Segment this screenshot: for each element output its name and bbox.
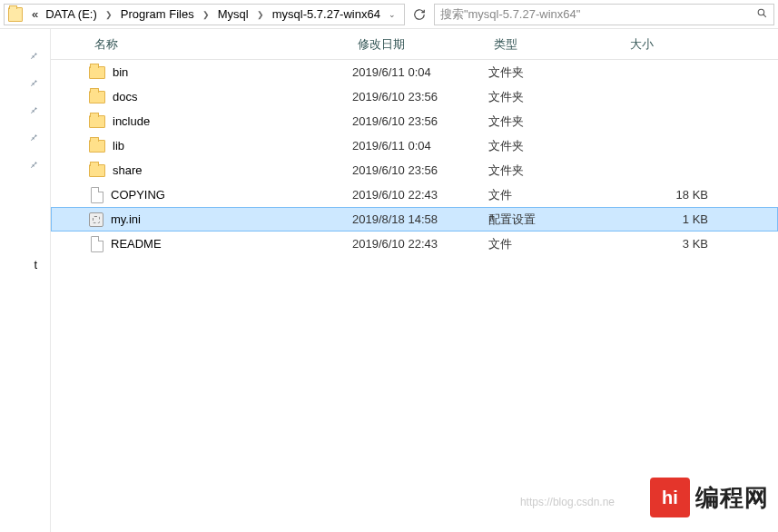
file-row[interactable]: lib2019/6/11 0:04文件夹: [51, 133, 778, 158]
pin-icon[interactable]: [0, 96, 50, 123]
chevron-down-icon[interactable]: ⌄: [384, 5, 400, 24]
folder-icon: [89, 66, 105, 79]
folder-icon: [89, 140, 105, 153]
file-icon: [91, 187, 103, 203]
cell-name: README: [89, 236, 352, 252]
chevron-right-icon[interactable]: ❯: [105, 10, 113, 19]
header-type[interactable]: 类型: [488, 33, 625, 56]
cell-type: 文件夹: [488, 89, 625, 105]
file-row[interactable]: bin2019/6/11 0:04文件夹: [51, 60, 778, 84]
cell-name: lib: [89, 139, 352, 153]
pin-icon[interactable]: [0, 69, 50, 96]
svg-line-1: [763, 14, 766, 16]
file-row[interactable]: README2019/6/10 22:43文件3 KB: [51, 232, 778, 256]
file-icon: [91, 236, 103, 252]
watermark-brand: 编程网: [695, 482, 769, 514]
header-date[interactable]: 修改日期: [352, 33, 488, 56]
pin-icon[interactable]: [0, 151, 50, 178]
folder-icon: [89, 164, 105, 177]
cell-type: 文件: [488, 187, 625, 203]
column-headers: 名称 修改日期 类型 大小: [51, 29, 778, 60]
header-name[interactable]: 名称: [89, 33, 352, 56]
cell-name: docs: [89, 90, 352, 103]
cell-name: COPYING: [89, 187, 352, 203]
cell-name: my.ini: [89, 212, 352, 227]
search-icon: [756, 7, 768, 22]
file-name: lib: [113, 139, 124, 153]
cell-type: 文件: [488, 236, 625, 252]
folder-icon: [89, 115, 105, 128]
search-placeholder: 搜索"mysql-5.7.27-winx64": [440, 6, 580, 23]
cell-date: 2019/6/10 23:56: [352, 90, 488, 103]
file-name: bin: [113, 65, 128, 79]
folder-icon: [89, 91, 105, 103]
cell-size: 18 KB: [625, 188, 724, 202]
cell-date: 2019/6/10 23:56: [352, 114, 488, 128]
watermark-logo-icon: hi: [650, 478, 690, 517]
cell-type: 配置设置: [488, 212, 625, 228]
file-row[interactable]: COPYING2019/6/10 22:43文件18 KB: [51, 182, 778, 207]
crumb-item[interactable]: Program Files: [117, 5, 198, 23]
cell-type: 文件夹: [488, 138, 625, 154]
file-row[interactable]: docs2019/6/10 23:56文件夹: [51, 84, 778, 109]
cell-date: 2019/6/11 0:04: [352, 139, 488, 153]
cell-name: share: [89, 163, 352, 177]
cell-name: include: [89, 114, 352, 128]
chevron-right-icon[interactable]: ❯: [257, 10, 264, 19]
folder-icon: [8, 7, 23, 22]
address-bar: « DATA (E:) ❯ Program Files ❯ Mysql ❯ my…: [0, 0, 778, 29]
config-file-icon: [89, 212, 103, 227]
cell-type: 文件夹: [488, 64, 625, 81]
svg-point-0: [758, 9, 764, 15]
file-name: docs: [113, 90, 137, 103]
crumb-item[interactable]: DATA (E:): [42, 5, 101, 23]
cell-name: bin: [89, 65, 352, 79]
file-name: my.ini: [111, 212, 141, 226]
pin-icon[interactable]: [0, 42, 50, 69]
quick-access-sidebar: t: [0, 29, 51, 532]
cell-size: 3 KB: [625, 237, 724, 251]
cell-type: 文件夹: [488, 163, 625, 179]
crumb-item[interactable]: mysql-5.7.27-winx64: [269, 5, 384, 23]
file-row[interactable]: share2019/6/10 23:56文件夹: [51, 158, 778, 182]
header-size[interactable]: 大小: [625, 33, 724, 56]
watermark-url: https://blog.csdn.ne: [520, 496, 615, 508]
pin-icon[interactable]: [0, 123, 50, 151]
refresh-icon: [413, 8, 426, 21]
search-input[interactable]: 搜索"mysql-5.7.27-winx64": [434, 4, 774, 25]
refresh-button[interactable]: [409, 5, 430, 25]
cell-date: 2019/6/10 22:43: [352, 237, 488, 251]
file-rows: bin2019/6/11 0:04文件夹docs2019/6/10 23:56文…: [51, 60, 778, 532]
watermark: hi 编程网: [650, 478, 769, 517]
file-name: README: [111, 237, 162, 251]
chevron-right-icon[interactable]: ❯: [202, 10, 210, 19]
breadcrumb[interactable]: « DATA (E:) ❯ Program Files ❯ Mysql ❯ my…: [4, 4, 405, 25]
cell-type: 文件夹: [488, 113, 625, 130]
file-row[interactable]: my.ini2019/8/18 14:58配置设置1 KB: [51, 207, 778, 232]
file-name: COPYING: [111, 188, 165, 202]
file-row[interactable]: include2019/6/10 23:56文件夹: [51, 109, 778, 133]
file-name: include: [113, 114, 150, 128]
cell-date: 2019/8/18 14:58: [352, 212, 488, 226]
crumb-prefix[interactable]: «: [28, 5, 42, 23]
cell-size: 1 KB: [625, 212, 724, 226]
cell-date: 2019/6/10 23:56: [352, 163, 488, 177]
file-name: share: [113, 163, 143, 177]
sidebar-letter[interactable]: t: [0, 251, 50, 278]
file-list-pane: 名称 修改日期 类型 大小 bin2019/6/11 0:04文件夹docs20…: [51, 29, 778, 532]
crumb-item[interactable]: Mysql: [214, 5, 252, 23]
breadcrumb-path: « DATA (E:) ❯ Program Files ❯ Mysql ❯ my…: [28, 5, 384, 23]
cell-date: 2019/6/11 0:04: [352, 65, 488, 79]
cell-date: 2019/6/10 22:43: [352, 188, 488, 202]
